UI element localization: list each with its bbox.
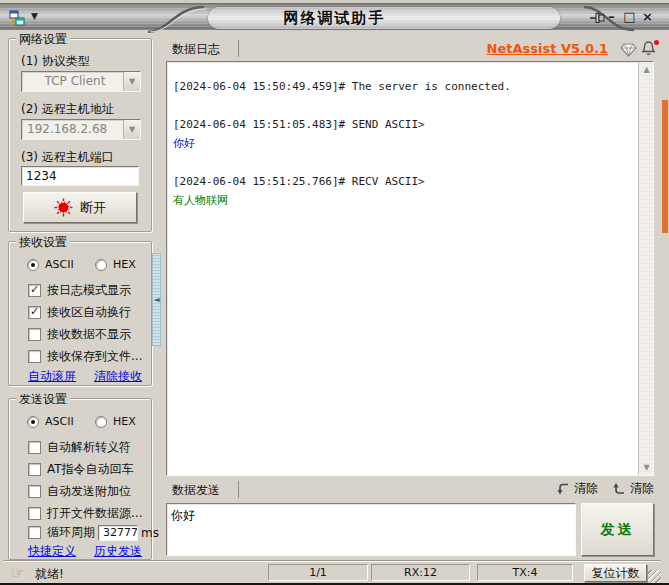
loop-period-input[interactable]: [98, 525, 138, 541]
send-hex-radio[interactable]: [95, 416, 107, 428]
history-send-link[interactable]: 历史发送: [94, 543, 142, 560]
file-source-label: 打开文件数据源...: [47, 505, 142, 522]
network-settings-group: 网络设置 (1) 协议类型 TCP Client ▼ (2) 远程主机地址 19…: [8, 38, 152, 232]
loop-period-label: 循环周期: [47, 524, 95, 541]
gem-icon[interactable]: [620, 41, 637, 58]
ready-hand-icon: ☞: [11, 564, 24, 582]
log-mode-checkbox[interactable]: [28, 284, 41, 297]
clear-buttons: 清除 清除: [556, 480, 654, 497]
log-tab-bar: 数据日志 NetAssist V5.0.1: [166, 38, 654, 61]
clear-send-button[interactable]: 清除: [612, 480, 654, 497]
protocol-type-value: TCP Client: [22, 72, 123, 91]
scroll-up-icon[interactable]: ▲: [639, 62, 654, 77]
recv-hex-label: HEX: [113, 258, 136, 271]
clear-receive-button[interactable]: 清除: [556, 480, 598, 497]
send-tab-bar: 数据发送 清除 清除: [166, 479, 654, 501]
send-button[interactable]: 发送: [581, 503, 654, 556]
remote-host-label: (2) 远程主机地址: [21, 101, 114, 118]
tab-data-log[interactable]: 数据日志: [172, 41, 220, 58]
at-enter-checkbox[interactable]: [28, 463, 41, 476]
hide-recv-checkbox[interactable]: [28, 328, 41, 341]
receive-settings-group: 接收设置 ASCII HEX 按日志模式显示 接收区自动换行 接收数据不显示 接…: [8, 241, 152, 386]
log-timestamp-line: [2024-06-04 15:51:25.766]# RECV ASCII>: [173, 172, 645, 191]
title-bar[interactable]: ▼ 网络调试助手 – □ ×: [0, 0, 669, 30]
remote-host-select[interactable]: 192.168.2.68 ▼: [21, 119, 141, 140]
auto-scroll-link[interactable]: 自动滚屏: [28, 368, 76, 385]
auto-append-label: 自动发送附加位: [47, 483, 131, 500]
frame-scroll-indicator: [662, 100, 668, 233]
status-ready-text: 就绪!: [35, 566, 64, 583]
close-button[interactable]: ×: [640, 8, 655, 26]
send-settings-title: 发送设置: [16, 391, 70, 408]
log-entry: [2024-06-04 15:51:05.483]# SEND ASCII> 你…: [173, 115, 645, 153]
send-data-input[interactable]: 你好: [166, 503, 576, 556]
log-send-payload: 你好: [173, 134, 645, 153]
protocol-type-label: (1) 协议类型: [21, 53, 90, 70]
maximize-button[interactable]: □: [622, 8, 637, 26]
send-ascii-label: ASCII: [45, 415, 74, 428]
log-recv-payload: 有人物联网: [173, 191, 645, 210]
log-entry: [2024-06-04 15:51:25.766]# RECV ASCII> 有…: [173, 172, 645, 210]
window-controls: – □ ×: [604, 8, 655, 26]
clear-receive-link[interactable]: 清除接收: [94, 368, 142, 385]
tab-data-send[interactable]: 数据发送: [172, 482, 220, 499]
status-tx-counter: TX:4: [477, 564, 573, 581]
log-timestamp-line: [2024-06-04 15:51:05.483]# SEND ASCII>: [173, 115, 645, 134]
tab-separator: [238, 40, 239, 57]
recv-hex-radio[interactable]: [95, 259, 107, 271]
remote-port-label: (3) 远程主机端口: [21, 149, 114, 166]
protocol-type-select[interactable]: TCP Client ▼: [21, 71, 141, 92]
send-hex-label: HEX: [113, 415, 136, 428]
arrow-curve-down-icon: [556, 481, 570, 496]
disconnect-button-label: 断开: [80, 199, 106, 217]
data-log-area[interactable]: [2024-06-04 15:50:49.459]# The server is…: [166, 61, 654, 476]
network-settings-title: 网络设置: [16, 31, 70, 48]
auto-escape-label: 自动解析转义符: [47, 439, 131, 456]
arrow-curve-up-icon: [612, 481, 626, 496]
disconnect-button[interactable]: 断开: [23, 192, 137, 223]
clear-receive-label: 清除: [574, 480, 598, 497]
status-rx-counter: RX:12: [371, 564, 470, 581]
clear-send-label: 清除: [630, 480, 654, 497]
tab-separator: [238, 481, 239, 498]
hide-recv-label: 接收数据不显示: [47, 326, 131, 343]
dropdown-arrow-icon[interactable]: ▼: [123, 120, 140, 139]
status-bar: ☞ 就绪! 1/1 RX:12 TX:4 复位计数: [3, 561, 661, 583]
save-to-file-checkbox[interactable]: [28, 350, 41, 363]
auto-wrap-label: 接收区自动换行: [47, 304, 131, 321]
scroll-down-icon[interactable]: ▼: [639, 460, 654, 475]
log-mode-label: 按日志模式显示: [47, 282, 131, 299]
collapse-arrow-icon: ◄: [153, 295, 159, 304]
save-to-file-label: 接收保存到文件...: [47, 348, 142, 365]
notification-dot: [654, 40, 659, 45]
at-enter-label: AT指令自动回车: [47, 461, 134, 478]
auto-append-checkbox[interactable]: [28, 485, 41, 498]
auto-wrap-checkbox[interactable]: [28, 306, 41, 319]
log-timestamp-line: [2024-06-04 15:50:49.459]# The server is…: [173, 77, 645, 96]
dropdown-arrow-icon[interactable]: ▼: [123, 72, 140, 91]
send-settings-group: 发送设置 ASCII HEX 自动解析转义符 AT指令自动回车 自动发送附加位 …: [8, 398, 152, 560]
window-title: 网络调试助手: [0, 9, 669, 28]
panel-collapse-splitter[interactable]: ◄: [152, 253, 161, 346]
minimize-button[interactable]: –: [604, 8, 619, 26]
netassist-window: ▼ 网络调试助手 – □ × 网络设置 (1) 协议类型 TCP Client …: [0, 0, 669, 585]
connection-status-light-icon: [54, 198, 73, 217]
auto-escape-checkbox[interactable]: [28, 441, 41, 454]
log-scrollbar[interactable]: ▲ ▼: [638, 62, 653, 475]
loop-period-checkbox[interactable]: [28, 526, 41, 539]
remote-port-input[interactable]: [21, 166, 139, 186]
recv-ascii-label: ASCII: [45, 258, 74, 271]
remote-host-value: 192.168.2.68: [22, 120, 123, 139]
receive-settings-title: 接收设置: [16, 234, 70, 251]
loop-period-unit: ms: [141, 526, 159, 540]
netassist-version-link[interactable]: NetAssist V5.0.1: [487, 41, 608, 56]
send-ascii-radio[interactable]: [27, 416, 39, 428]
quick-define-link[interactable]: 快捷定义: [28, 543, 76, 560]
status-page-counter: 1/1: [268, 564, 368, 581]
recv-ascii-radio[interactable]: [27, 259, 39, 271]
log-entry: [2024-06-04 15:50:49.459]# The server is…: [173, 77, 645, 96]
file-source-checkbox[interactable]: [28, 507, 41, 520]
resize-grip[interactable]: [648, 570, 661, 583]
notification-bell-icon[interactable]: [640, 40, 659, 58]
reset-count-button[interactable]: 复位计数: [584, 564, 647, 582]
